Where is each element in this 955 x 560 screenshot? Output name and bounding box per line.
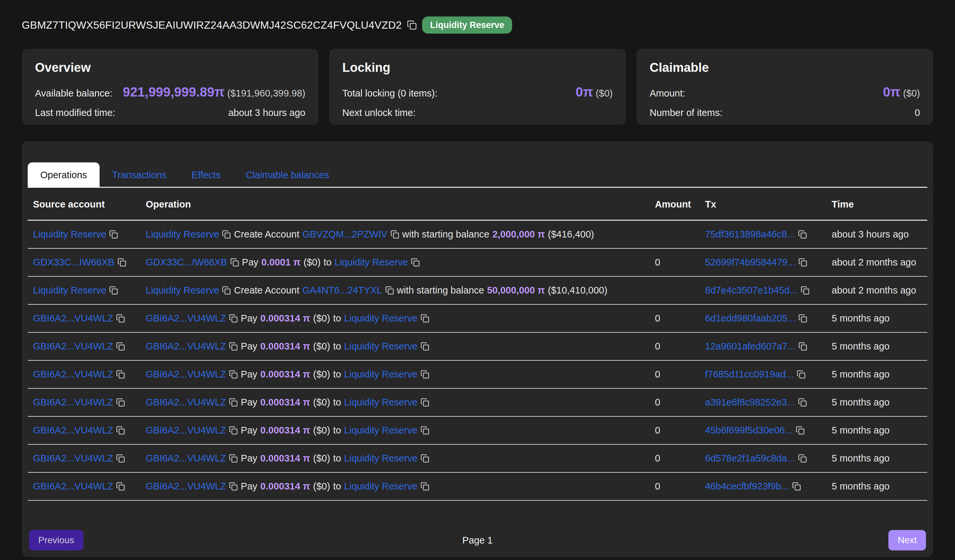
copy-icon[interactable]	[420, 482, 429, 491]
copy-icon[interactable]	[798, 454, 807, 463]
source-account-link[interactable]: GBI6A2...VU4WLZ	[33, 369, 113, 380]
account-link[interactable]: GDX33C...IW66XB	[146, 257, 227, 268]
tab-operations[interactable]: Operations	[28, 162, 100, 188]
tx-link[interactable]: 6d578e2f1a59c8da...	[705, 453, 795, 464]
tx-group: 8d7e4c3507e1b45d...	[705, 285, 825, 296]
copy-icon[interactable]	[385, 286, 394, 295]
source-account-link[interactable]: GBI6A2...VU4WLZ	[33, 313, 113, 324]
copy-icon[interactable]	[420, 370, 429, 379]
tx-link[interactable]: 52699f74b9584479...	[705, 257, 795, 268]
tab-claimable-balances[interactable]: Claimable balances	[233, 162, 341, 188]
copy-icon[interactable]	[229, 398, 238, 407]
previous-button[interactable]: Previous	[29, 530, 83, 551]
account-link[interactable]: Liquidity Reserve	[344, 369, 417, 380]
tx-link[interactable]: 45b6f699f5d30e06...	[705, 425, 793, 436]
tx-link[interactable]: 12a9601afed607a7...	[705, 341, 795, 352]
source-account-link[interactable]: GBI6A2...VU4WLZ	[33, 341, 113, 352]
copy-icon[interactable]	[801, 286, 809, 295]
source-account-link[interactable]: Liquidity Reserve	[33, 285, 106, 296]
copy-icon[interactable]	[222, 230, 231, 239]
operation-cell: GBI6A2...VU4WLZPay0.000314 π($0)toLiquid…	[142, 473, 651, 501]
copy-icon[interactable]	[798, 230, 807, 239]
account-link[interactable]: GBI6A2...VU4WLZ	[146, 369, 226, 380]
source-account-link[interactable]: GBI6A2...VU4WLZ	[33, 481, 113, 492]
copy-icon[interactable]	[798, 258, 807, 267]
copy-icon[interactable]	[116, 342, 125, 351]
copy-icon[interactable]	[420, 426, 429, 435]
copy-icon[interactable]	[116, 398, 125, 407]
account-link[interactable]: Liquidity Reserve	[344, 453, 417, 464]
copy-icon[interactable]	[411, 258, 420, 267]
copy-icon[interactable]	[798, 398, 807, 407]
tx-link[interactable]: f7685d11cc0919ad...	[705, 369, 794, 380]
copy-icon[interactable]	[792, 482, 801, 491]
copy-icon[interactable]	[116, 426, 125, 435]
copy-icon[interactable]	[117, 258, 126, 267]
copy-icon[interactable]	[222, 286, 231, 295]
operation-cell: GBI6A2...VU4WLZPay0.000314 π($0)toLiquid…	[142, 388, 651, 416]
account-link[interactable]: Liquidity Reserve	[344, 313, 417, 324]
source-account-link[interactable]: GBI6A2...VU4WLZ	[33, 397, 113, 408]
account-link[interactable]: Liquidity Reserve	[344, 425, 417, 436]
tx-link[interactable]: 8d7e4c3507e1b45d...	[705, 285, 798, 296]
source-account-link[interactable]: GBI6A2...VU4WLZ	[33, 425, 113, 436]
source-account-link[interactable]: GDX33C...IW66XB	[33, 257, 114, 268]
copy-icon[interactable]	[109, 230, 118, 239]
copy-icon[interactable]	[229, 482, 238, 491]
copy-icon[interactable]	[230, 258, 239, 267]
tab-transactions[interactable]: Transactions	[100, 162, 179, 188]
operation-text: Pay	[241, 369, 257, 380]
tx-link[interactable]: 46b4cecfbf923f9b...	[705, 481, 789, 492]
table-row: GBI6A2...VU4WLZGBI6A2...VU4WLZPay0.00031…	[28, 304, 927, 332]
account-link[interactable]: Liquidity Reserve	[146, 285, 219, 296]
copy-icon[interactable]	[420, 314, 429, 323]
source-account-link[interactable]: Liquidity Reserve	[33, 229, 106, 240]
source-account-cell: GDX33C...IW66XB	[28, 248, 142, 276]
copy-icon[interactable]	[796, 426, 805, 435]
account-link[interactable]: GBI6A2...VU4WLZ	[146, 313, 226, 324]
copy-icon[interactable]	[229, 454, 238, 463]
account-link[interactable]: GBVZQM...2PZWIV	[302, 229, 387, 240]
copy-icon[interactable]	[116, 454, 125, 463]
operation-description: Liquidity ReserveCreate AccountGBVZQM...…	[146, 229, 648, 240]
account-link[interactable]: Liquidity Reserve	[344, 397, 417, 408]
operation-text: Create Account	[234, 229, 299, 240]
copy-icon[interactable]	[116, 314, 125, 323]
column-header-tx: Tx	[702, 188, 828, 220]
copy-icon[interactable]	[420, 398, 429, 407]
account-link[interactable]: GBI6A2...VU4WLZ	[146, 425, 226, 436]
account-link[interactable]: Liquidity Reserve	[344, 481, 417, 492]
account-link[interactable]: GBI6A2...VU4WLZ	[146, 481, 226, 492]
copy-icon[interactable]	[229, 342, 238, 351]
account-link[interactable]: Liquidity Reserve	[146, 229, 219, 240]
source-account-link[interactable]: GBI6A2...VU4WLZ	[33, 453, 113, 464]
account-link[interactable]: Liquidity Reserve	[344, 341, 417, 352]
tab-effects[interactable]: Effects	[179, 162, 233, 188]
account-link[interactable]: GBI6A2...VU4WLZ	[146, 397, 226, 408]
copy-icon[interactable]	[390, 230, 399, 239]
copy-icon[interactable]	[798, 342, 807, 351]
operation-text: ($10,410,000)	[548, 285, 607, 296]
source-account-group: GBI6A2...VU4WLZ	[33, 481, 139, 492]
tx-link[interactable]: 75df3613898a46c8...	[705, 229, 795, 240]
source-account-cell: GBI6A2...VU4WLZ	[28, 388, 142, 416]
copy-icon[interactable]	[420, 454, 429, 463]
copy-icon[interactable]	[420, 342, 429, 351]
copy-icon[interactable]	[229, 314, 238, 323]
copy-icon[interactable]	[109, 286, 118, 295]
tx-link[interactable]: 6d1edd980faab205...	[705, 313, 795, 324]
tx-group: 6d1edd980faab205...	[705, 313, 825, 324]
copy-icon[interactable]	[116, 370, 125, 379]
tx-link[interactable]: a391e6f8c98252e3...	[705, 397, 795, 408]
account-link[interactable]: Liquidity Reserve	[334, 257, 408, 268]
copy-icon[interactable]	[797, 370, 806, 379]
account-link[interactable]: GBI6A2...VU4WLZ	[146, 453, 226, 464]
copy-icon[interactable]	[116, 482, 125, 491]
next-button[interactable]: Next	[888, 530, 926, 551]
copy-address-icon[interactable]	[407, 20, 417, 30]
copy-icon[interactable]	[229, 426, 238, 435]
account-link[interactable]: GA4NT6...24TYXL	[302, 285, 382, 296]
account-link[interactable]: GBI6A2...VU4WLZ	[146, 341, 226, 352]
copy-icon[interactable]	[798, 314, 807, 323]
copy-icon[interactable]	[229, 370, 238, 379]
